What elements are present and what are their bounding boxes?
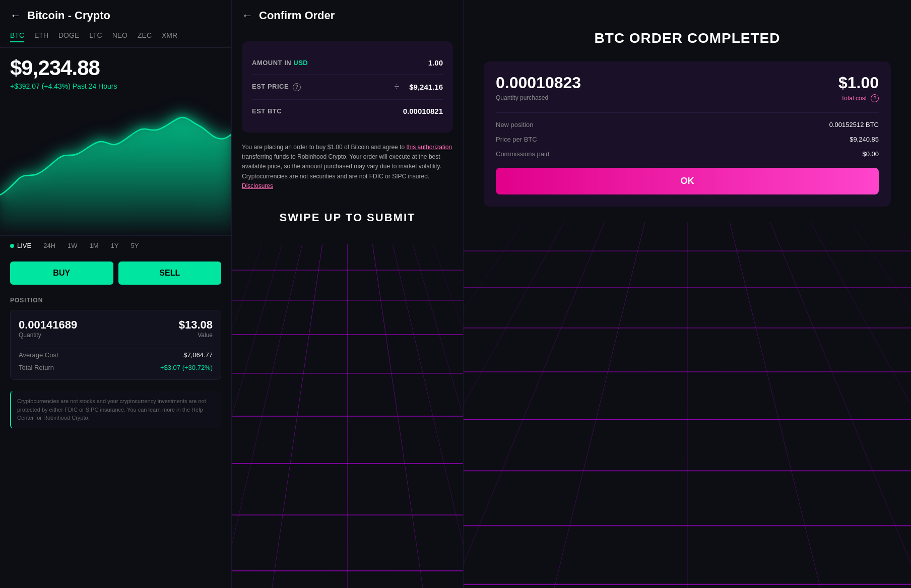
completed-title: BTC ORDER COMPLETED — [464, 0, 911, 61]
panel-order-completed: BTC ORDER COMPLETED 0.00010823 Quantity … — [464, 0, 911, 588]
position-section: POSITION 0.00141689 Quantity $13.08 Valu… — [0, 291, 231, 386]
filter-5y[interactable]: 5Y — [131, 242, 139, 249]
total-return-row: Total Return +$3.07 (+30.72%) — [19, 364, 213, 371]
avg-cost-row: Average Cost $7,064.77 — [19, 351, 213, 359]
help-icon-2[interactable]: ? — [871, 94, 879, 102]
est-btc-label: EST BTC — [252, 107, 282, 115]
back-arrow-icon-2[interactable]: ← — [242, 9, 253, 22]
tab-doge[interactable]: DOGE — [58, 31, 79, 42]
order-card: AMOUNT IN USD 1.00 EST PRICE ? ÷ $9,241.… — [242, 41, 453, 133]
amount-label: AMOUNT IN USD — [252, 59, 308, 67]
divide-symbol: ÷ — [394, 82, 399, 92]
buy-button[interactable]: BUY — [10, 262, 113, 285]
live-label: LIVE — [17, 242, 31, 249]
position-card: 0.00141689 Quantity $13.08 Value Average… — [10, 310, 221, 380]
est-price-value: $9,241.16 — [409, 83, 443, 91]
panel1-disclaimer: Cryptocurrencies are not stocks and your… — [10, 391, 221, 428]
new-position-row: New position 0.00152512 BTC — [496, 121, 879, 128]
tab-neo[interactable]: NEO — [112, 31, 127, 42]
tab-btc[interactable]: BTC — [10, 31, 24, 42]
confirm-order-title: Confirm Order — [259, 9, 335, 22]
buy-sell-section: BUY SELL — [0, 255, 231, 291]
panel-bitcoin-crypto: ← Bitcoin - Crypto BTC ETH DOGE LTC NEO … — [0, 0, 232, 588]
est-price-label: EST PRICE ? — [252, 83, 301, 91]
back-arrow-icon[interactable]: ← — [10, 9, 21, 22]
position-label: POSITION — [10, 297, 221, 304]
tab-ltc[interactable]: LTC — [89, 31, 102, 42]
avg-cost-value: $7,064.77 — [183, 351, 213, 359]
completed-top-row: 0.00010823 Quantity purchased $1.00 Tota… — [496, 74, 879, 102]
crypto-tab-bar: BTC ETH DOGE LTC NEO ZEC XMR — [0, 31, 231, 48]
filter-1w[interactable]: 1W — [68, 242, 78, 249]
total-cost-label: Total cost ? — [838, 94, 879, 102]
live-filter[interactable]: LIVE — [10, 242, 31, 249]
quantity-purchased-label: Quantity purchased — [496, 94, 581, 101]
quantity-label: Quantity — [19, 332, 77, 339]
filter-24h[interactable]: 24H — [43, 242, 55, 249]
total-return-value: +$3.07 (+30.72%) — [160, 364, 213, 371]
swipe-text: SWIPE UP TO SUBMIT — [280, 211, 416, 224]
commissions-label: Commissions paid — [496, 150, 549, 158]
price-section: $9,234.88 +$392.07 (+4.43%) Past 24 Hour… — [0, 48, 231, 94]
main-price: $9,234.88 — [10, 56, 221, 80]
est-price-row: EST PRICE ? ÷ $9,241.16 — [252, 75, 443, 100]
new-position-value: 0.00152512 BTC — [829, 121, 879, 128]
completed-card: 0.00010823 Quantity purchased $1.00 Tota… — [484, 61, 891, 207]
total-return-label: Total Return — [19, 364, 54, 371]
grid-background — [232, 244, 463, 588]
est-btc-value: 0.00010821 — [403, 107, 443, 115]
position-quantity-block: 0.00141689 Quantity — [19, 318, 77, 339]
amount-row: AMOUNT IN USD 1.00 — [252, 51, 443, 75]
est-btc-row: EST BTC 0.00010821 — [252, 100, 443, 122]
completed-quantity: 0.00010823 — [496, 74, 581, 92]
filter-1y[interactable]: 1Y — [111, 242, 119, 249]
panel2-header: ← Confirm Order — [232, 0, 463, 31]
panel1-header: ← Bitcoin - Crypto — [0, 0, 231, 31]
time-filter-bar: LIVE 24H 1W 1M 1Y 5Y — [0, 235, 231, 255]
position-top-row: 0.00141689 Quantity $13.08 Value — [19, 318, 213, 339]
filter-1m[interactable]: 1M — [90, 242, 99, 249]
completed-quantity-block: 0.00010823 Quantity purchased — [496, 74, 581, 101]
price-per-btc-value: $9,240.85 — [850, 136, 879, 143]
position-quantity: 0.00141689 — [19, 318, 77, 332]
tab-xmr[interactable]: XMR — [162, 31, 177, 42]
live-dot-indicator — [10, 244, 14, 248]
currency-label: USD — [293, 59, 308, 67]
swipe-section: SWIPE UP TO SUBMIT — [232, 191, 463, 588]
card-divider — [19, 345, 213, 345]
ok-button[interactable]: OK — [496, 168, 879, 194]
disclaimer-mid: transferring funds to Robinhood Crypto. … — [242, 153, 441, 179]
avg-cost-label: Average Cost — [19, 351, 58, 359]
completed-cost-block: $1.00 Total cost ? — [838, 74, 879, 102]
panel-confirm-order: ← Confirm Order AMOUNT IN USD 1.00 EST P… — [232, 0, 464, 588]
position-details: Average Cost $7,064.77 Total Return +$3.… — [19, 351, 213, 371]
completed-cost-value: $1.00 — [838, 74, 879, 92]
position-value: $13.08 — [179, 318, 213, 332]
price-change: +$392.07 (+4.43%) Past 24 Hours — [10, 82, 221, 90]
price-per-btc-row: Price per BTC $9,240.85 — [496, 136, 879, 143]
grid-background-3 — [464, 222, 911, 588]
help-icon[interactable]: ? — [293, 83, 301, 91]
svg-rect-17 — [232, 244, 463, 588]
price-chart — [0, 94, 231, 235]
tab-eth[interactable]: ETH — [34, 31, 48, 42]
tab-zec[interactable]: ZEC — [138, 31, 152, 42]
new-position-label: New position — [496, 121, 533, 128]
page-title: Bitcoin - Crypto — [27, 9, 110, 22]
commissions-value: $0.00 — [862, 150, 879, 158]
disclosures-link[interactable]: Disclosures — [242, 182, 273, 189]
amount-value: 1.00 — [428, 58, 443, 67]
completed-details: New position 0.00152512 BTC Price per BT… — [496, 121, 879, 158]
disclaimer-text-1: You are placing an order to buy $1.00 of… — [242, 144, 406, 151]
value-label: Value — [179, 332, 213, 339]
svg-rect-37 — [464, 222, 911, 588]
authorization-link[interactable]: this authorization — [406, 144, 452, 151]
price-per-btc-label: Price per BTC — [496, 136, 537, 143]
completed-divider — [496, 112, 879, 113]
position-value-block: $13.08 Value — [179, 318, 213, 339]
sell-button[interactable]: SELL — [118, 262, 222, 285]
order-disclaimer: You are placing an order to buy $1.00 of… — [242, 143, 453, 191]
disclaimer-text: Cryptocurrencies are not stocks and your… — [17, 397, 215, 422]
commissions-row: Commissions paid $0.00 — [496, 150, 879, 158]
